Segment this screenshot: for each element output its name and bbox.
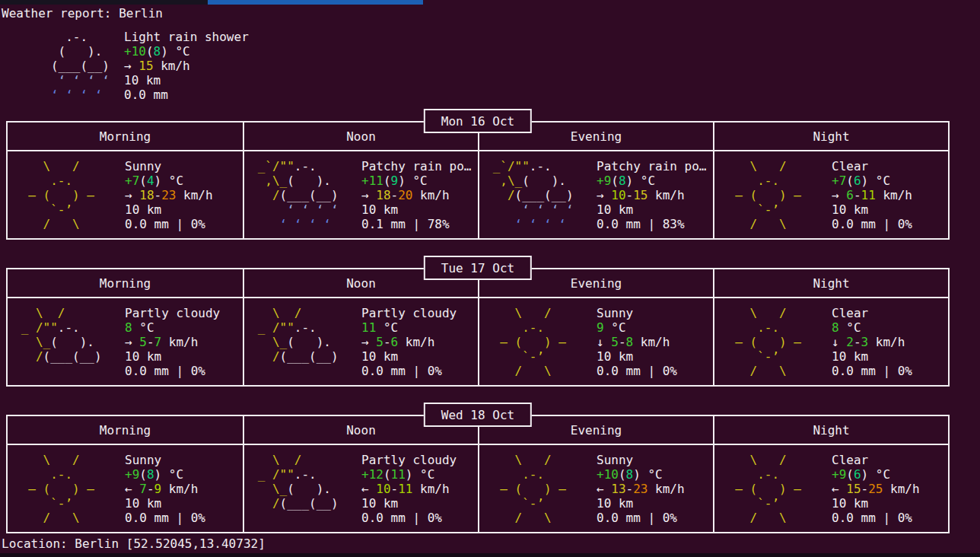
- condition-text: Sunny: [125, 159, 213, 173]
- current-visibility: 10 km: [124, 73, 249, 88]
- weather-ascii-icon: \ / _ /"".-. \_( ). /(___(__): [250, 453, 361, 525]
- day-label: Tue 17 Oct: [424, 256, 532, 280]
- visibility-text: 10 km: [597, 496, 685, 511]
- visibility-text: 10 km: [361, 496, 457, 511]
- temperature-text: +9(6) °C: [832, 467, 920, 482]
- temperature-text: +12(11) °C: [361, 467, 457, 482]
- temperature-text: +10(8) °C: [597, 467, 685, 482]
- current-conditions: .-. ( ). (___(__) ‘ ‘ ‘ ‘ ‘ ‘ ‘ ‘ Light …: [0, 30, 980, 102]
- current-condition-text: Light rain shower: [124, 30, 249, 44]
- temperature-text: +9(8) °C: [597, 173, 707, 188]
- visibility-text: 10 km: [832, 202, 912, 217]
- temperature-text: 8 °C: [125, 320, 220, 335]
- visibility-text: 10 km: [361, 349, 457, 364]
- current-temperature: +10(8) °C: [124, 44, 249, 59]
- forecast-table-mon: Mon 16 Oct Morning Noon Evening Night \ …: [6, 121, 950, 240]
- temperature-text: +11(9) °C: [361, 173, 472, 188]
- precip-text: 0.0 mm | 0%: [125, 511, 205, 525]
- weather-ascii-icon: \ / .-. ― ( ) ― `-’ / \: [485, 306, 597, 378]
- condition-text: Clear: [832, 306, 912, 320]
- precip-text: 0.0 mm | 0%: [597, 364, 677, 378]
- temperature-text: +7(6) °C: [832, 173, 912, 188]
- window-bottom-edge: [0, 553, 980, 557]
- precip-text: 0.0 mm | 83%: [597, 217, 707, 231]
- period-cell: _`/"".-. ,\_( ). /(___(__) ‘ ‘ ‘ ‘ ‘ ‘ ‘…: [478, 151, 713, 238]
- precip-text: 0.0 mm | 0%: [832, 364, 912, 378]
- weather-ascii-icon: \ / .-. ― ( ) ― `-’ / \: [14, 453, 125, 525]
- period-cell: \ / .-. ― ( ) ― `-’ / \ Clear +9(6) °C ←…: [713, 445, 948, 532]
- weather-ascii-icon: \ / .-. ― ( ) ― `-’ / \: [721, 306, 832, 378]
- light-rain-shower-icon: .-. ( ). (___(__) ‘ ‘ ‘ ‘ ‘ ‘ ‘ ‘: [29, 30, 124, 102]
- weather-ascii-icon: _`/"".-. ,\_( ). /(___(__) ‘ ‘ ‘ ‘ ‘ ‘ ‘…: [485, 159, 597, 231]
- period-cell: \ / .-. ― ( ) ― `-’ / \ Clear +7(6) °C →…: [713, 151, 948, 238]
- visibility-text: 10 km: [125, 496, 205, 511]
- period-cell: \ / .-. ― ( ) ― `-’ / \ Sunny +10(8) °C …: [478, 445, 713, 532]
- weather-ascii-icon: \ / _ /"".-. \_( ). /(___(__): [14, 306, 125, 378]
- precip-text: 0.0 mm | 0%: [361, 364, 457, 378]
- wind-text: → 6-11 km/h: [832, 188, 912, 202]
- wind-text: → 18-23 km/h: [125, 188, 213, 202]
- temperature-text: 8 °C: [832, 320, 912, 335]
- page-title: Weather report: Berlin: [2, 6, 980, 21]
- precip-text: 0.0 mm | 0%: [597, 511, 685, 525]
- precip-text: 0.1 mm | 78%: [361, 217, 472, 231]
- condition-text: Sunny: [597, 306, 677, 320]
- period-cell: \ / .-. ― ( ) ― `-’ / \ Sunny 9 °C ↓ 5-8…: [478, 298, 713, 385]
- temperature-text: 11 °C: [361, 320, 457, 335]
- wind-text: → 5-6 km/h: [361, 335, 457, 349]
- visibility-text: 10 km: [361, 202, 472, 217]
- period-cell: \ / .-. ― ( ) ― `-’ / \ Sunny +7(4) °C →…: [8, 151, 243, 238]
- current-wind: → 15 km/h: [124, 59, 249, 73]
- period-cell: \ / .-. ― ( ) ― `-’ / \ Clear 8 °C ↓ 2-3…: [713, 298, 948, 385]
- temperature-text: 9 °C: [597, 320, 677, 335]
- temperature-text: +9(8) °C: [125, 467, 205, 482]
- weather-ascii-icon: \ / .-. ― ( ) ― `-’ / \: [721, 159, 832, 231]
- visibility-text: 10 km: [597, 349, 677, 364]
- wind-text: ← 13-23 km/h: [597, 482, 685, 496]
- col-header-morning: Morning: [8, 416, 243, 445]
- period-cell: \ / _ /"".-. \_( ). /(___(__) Partly clo…: [243, 445, 478, 532]
- condition-text: Clear: [832, 453, 920, 467]
- condition-text: Patchy rain po…: [597, 159, 707, 173]
- wind-text: ← 7-9 km/h: [125, 482, 205, 496]
- weather-ascii-icon: \ / .-. ― ( ) ― `-’ / \: [485, 453, 597, 525]
- col-header-night: Night: [713, 416, 948, 445]
- temperature-text: +7(4) °C: [125, 173, 213, 188]
- terminal-tab-indicator[interactable]: [208, 0, 423, 5]
- condition-text: Sunny: [597, 453, 685, 467]
- tabbar-dark-segment: [0, 0, 208, 5]
- precip-text: 0.0 mm | 0%: [361, 511, 457, 525]
- visibility-text: 10 km: [597, 202, 707, 217]
- weather-ascii-icon: \ / .-. ― ( ) ― `-’ / \: [14, 159, 125, 231]
- condition-text: Partly cloudy: [361, 453, 457, 467]
- wind-text: ← 10-11 km/h: [361, 482, 457, 496]
- period-cell: _`/"".-. ,\_( ). /(___(__) ‘ ‘ ‘ ‘ ‘ ‘ ‘…: [243, 151, 478, 238]
- visibility-text: 10 km: [125, 202, 213, 217]
- day-label: Mon 16 Oct: [424, 109, 532, 133]
- period-cell: \ / .-. ― ( ) ― `-’ / \ Sunny +9(8) °C ←…: [8, 445, 243, 532]
- forecast-table-wed: Wed 18 Oct Morning Noon Evening Night \ …: [6, 415, 950, 533]
- visibility-text: 10 km: [125, 349, 220, 364]
- day-label: Wed 18 Oct: [424, 403, 532, 427]
- wind-text: → 10-15 km/h: [597, 188, 707, 202]
- precip-text: 0.0 mm | 0%: [125, 364, 220, 378]
- wind-text: → 18-20 km/h: [361, 188, 472, 202]
- col-header-night: Night: [713, 123, 948, 151]
- terminal-tabbar-edge: [0, 0, 980, 5]
- visibility-text: 10 km: [832, 496, 920, 511]
- period-cell: \ / _ /"".-. \_( ). /(___(__) Partly clo…: [8, 298, 243, 385]
- current-precipitation: 0.0 mm: [124, 88, 249, 102]
- forecast-table-tue: Tue 17 Oct Morning Noon Evening Night \ …: [6, 268, 950, 387]
- weather-ascii-icon: \ / .-. ― ( ) ― `-’ / \: [721, 453, 832, 525]
- wind-text: ↓ 2-3 km/h: [832, 335, 912, 349]
- precip-text: 0.0 mm | 0%: [832, 217, 912, 231]
- weather-ascii-icon: _`/"".-. ,\_( ). /(___(__) ‘ ‘ ‘ ‘ ‘ ‘ ‘…: [250, 159, 361, 231]
- condition-text: Clear: [832, 159, 912, 173]
- condition-text: Partly cloudy: [361, 306, 457, 320]
- condition-text: Patchy rain po…: [361, 159, 472, 173]
- wind-text: ← 15-25 km/h: [832, 482, 920, 496]
- col-header-morning: Morning: [8, 269, 243, 298]
- period-cell: \ / _ /"".-. \_( ). /(___(__) Partly clo…: [243, 298, 478, 385]
- location-status-line: Location: Berlin [52.52045,13.40732]: [2, 536, 266, 551]
- precip-text: 0.0 mm | 0%: [125, 217, 213, 231]
